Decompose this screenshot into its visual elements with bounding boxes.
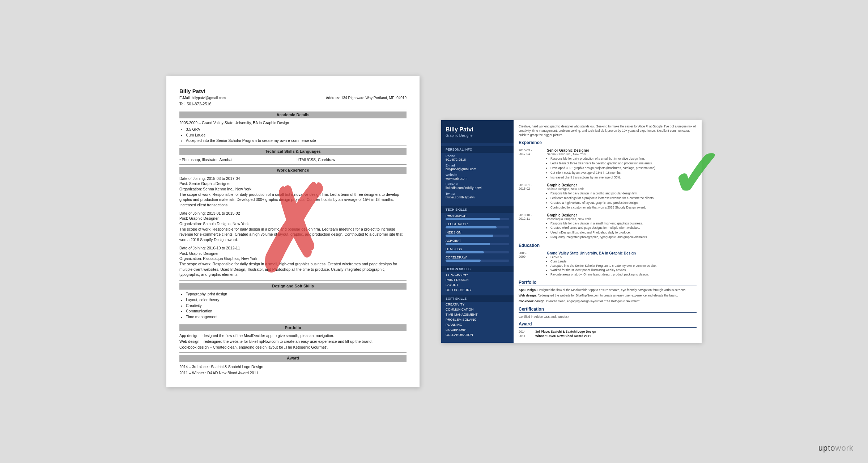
sidebar-info-block: Phone 501-872-2516 E-mail billypatvi@gma…: [441, 153, 514, 203]
bad-soft-skills-list: Typography, print design Layout, color t…: [186, 291, 407, 319]
bad-name: Billy Patvi: [179, 87, 407, 95]
tech-skill-name: INDESIGN: [441, 230, 514, 235]
soft-skills-container: CREATIVITYCOMMUNICATIONTIME MANAGEMENTPR…: [441, 302, 514, 337]
soft-skill-item: TIME MANAGEMENT: [441, 312, 514, 317]
bad-w2-date: Date of Joining: 2013-01 to 2015-02: [179, 211, 407, 216]
edu-bullet: Cum Laude: [550, 260, 697, 264]
exp-content: Graphic DesignerShibula Designs, New Yor…: [547, 183, 697, 210]
experience-container: 2015-03 - 2017-04Senior Graphic Designer…: [519, 148, 697, 240]
edu-content: Grand Valley State University, BA in Gra…: [547, 251, 697, 277]
award-item: 2011Winner: D&AD New Blood Award 2011: [519, 334, 697, 338]
education-title: Education: [519, 243, 697, 249]
tech-skill-name: HTML/CSS: [441, 246, 514, 251]
exp-bullet: Led team meetings for a project to incre…: [550, 196, 697, 201]
bad-w3-post: Post: Graphic Designer: [179, 251, 407, 256]
bad-work2: Date of Joining: 2013-01 to 2015-02 Post…: [179, 211, 407, 243]
sidebar-twitter: Twitter twitter.com/billypatvi: [446, 192, 509, 199]
exp-title: Senior Graphic Designer: [547, 148, 697, 152]
tech-skill-bar-bg: [446, 226, 509, 228]
bad-academic-header: Academic Details: [179, 111, 407, 118]
brand-up: up: [818, 443, 828, 453]
bad-skills-cols: • Photoshop, Illustrator, Acrobat HTML/C…: [179, 157, 407, 163]
edu-bullet: GPA 3.5: [550, 255, 697, 260]
edu-bullet: Accepted into the Senior Scholar Program…: [550, 264, 697, 268]
design-skills-label: Design Skills: [441, 266, 514, 272]
brand-to: to: [828, 443, 835, 453]
tech-skill-bar-row: [441, 235, 514, 238]
bad-design-skills-header: Design and Soft Skills: [179, 283, 407, 290]
tech-skill-bar-fill: [446, 243, 490, 245]
bad-scholar: Accepted into the Senior Scholar Program…: [186, 138, 407, 143]
tech-skill-bar-bg: [446, 235, 509, 237]
sidebar-email: E-mail billypatvi@gmail.com: [446, 164, 509, 171]
exp-bullet: Used InDesign, Illustrator, and Photosho…: [550, 231, 697, 235]
design-skill-item: TYPOGRAPHY: [441, 272, 514, 277]
exp-bullet: Cut client costs by an average of 15% in…: [550, 171, 697, 175]
exp-dates: 2015-03 - 2017-04: [519, 148, 544, 156]
award-text: 3rd Place: Saatchi & Saatchi Logo Design: [535, 330, 697, 333]
exp-item: 2013-01 - 2015-02Graphic DesignerShibula…: [519, 183, 697, 210]
edu-bullets-list: GPA 3.5Cum LaudeAccepted into the Senior…: [550, 255, 697, 277]
tech-skill-bar-fill: [446, 260, 481, 262]
bad-academic-item: 2005-2009 – Grand Valley State Universit…: [179, 120, 407, 126]
tech-skill-bar-row: [441, 243, 514, 246]
tech-skill-name: ILLUSTRATOR: [441, 221, 514, 226]
exp-item: 2015-03 - 2017-04Senior Graphic Designer…: [519, 148, 697, 180]
bad-gpa: 3.5 GPA: [186, 127, 407, 132]
portfolio-item: Cookbook design. Created clean, engaging…: [519, 299, 697, 304]
bad-resume-wrapper: Billy Patvi E-Mail: billypatvi@gmail.com…: [166, 76, 420, 388]
exp-title: Graphic Designer: [547, 213, 697, 217]
tech-skill-bar-bg: [446, 251, 509, 253]
bad-cum-laude: Cum Laude: [186, 132, 407, 138]
experience-title: Experience: [519, 140, 697, 146]
bad-work-header: Work Experience: [179, 167, 407, 174]
bad-skills-right: HTML/CSS, Coreldraw: [297, 157, 407, 163]
soft-skill-item: COLLABORATION: [441, 332, 514, 337]
exp-bullet: Created a high volume of layout, graphic…: [550, 201, 697, 205]
bad-work1: Date of Joining: 2015-03 to 2017-04 Post…: [179, 176, 407, 208]
exp-bullet: Contributed to a customer site that won …: [550, 206, 697, 210]
exp-bullets: Responsible for daily design in a prolif…: [550, 191, 697, 210]
design-skill-item: PRINT DESIGN: [441, 277, 514, 282]
tech-skill-bar-row: [441, 226, 514, 230]
bad-work3: Date of Joining: 2010-10 to 2012-11 Post…: [179, 245, 407, 277]
portfolio-bold: App Design.: [519, 288, 537, 292]
tech-skill-bar-row: [441, 218, 514, 221]
exp-content: Graphic DesignerPassalaqua Graphics, New…: [547, 213, 697, 240]
bad-portfolio: App design – designed the flow of the Me…: [179, 333, 407, 350]
bad-award-header: Award: [179, 355, 407, 362]
exp-org: Shibula Designs, New York: [547, 187, 697, 191]
award-text: Winner: D&AD New Blood Award 2011: [535, 334, 697, 338]
exp-dates: 2013-01 - 2015-02: [519, 183, 544, 190]
good-sidebar: Billy Patvi Graphic Designer Personal In…: [441, 120, 514, 343]
portfolio-bold: Web design.: [519, 294, 537, 297]
bad-tech-header: Technical Skills & Languages: [179, 148, 407, 155]
brand-logo: uptowork: [818, 443, 854, 453]
exp-org: Senna Kenno Inc., New York: [547, 152, 697, 156]
edu-item: 2005 - 2009 Grand Valley State Universit…: [519, 251, 697, 277]
exp-bullet: Responsible for daily production of a sm…: [550, 157, 697, 161]
tech-skills-label: Tech Skills: [441, 206, 514, 213]
bad-w2-post: Post: Graphic Designer: [179, 216, 407, 221]
sidebar-phone: Phone 501-872-2516: [446, 154, 509, 161]
design-skills-container: TYPOGRAPHYPRINT DESIGNLAYOUTCOLOR THEORY: [441, 272, 514, 292]
award-year: 2014: [519, 330, 533, 333]
portfolio-item: App Design. Designed the flow of the Mea…: [519, 288, 697, 292]
exp-bullet: Created wireframes and page designs for …: [550, 226, 697, 230]
personal-info-label: Personal Info: [441, 146, 514, 153]
tech-skill-bar-fill: [446, 251, 484, 253]
award-container: 20143rd Place: Saatchi & Saatchi Logo De…: [519, 330, 697, 338]
tech-skill-bar-row: [441, 260, 514, 263]
soft-skills-label: Soft Skills: [441, 295, 514, 302]
bad-awards: 2014 – 3rd place : Saatchi & Saatchi Log…: [179, 364, 407, 376]
good-title: Graphic Designer: [446, 134, 509, 138]
exp-title: Graphic Designer: [547, 183, 697, 187]
bad-edu-list: 3.5 GPA Cum Laude Accepted into the Seni…: [186, 127, 407, 143]
bad-w1-scope: The scope of work: Responsible for daily…: [179, 192, 407, 208]
exp-bullets: Responsible for daily production of a sm…: [550, 157, 697, 180]
exp-bullet: Responsible for daily design in a small,…: [550, 222, 697, 226]
bad-address: Address: 134 Rightward Way Portland, ME,…: [326, 96, 407, 101]
bad-skills-left: • Photoshop, Illustrator, Acrobat: [179, 157, 289, 163]
tech-skill-bar-fill: [446, 226, 497, 228]
sidebar-name-block: Billy Patvi Graphic Designer: [441, 120, 514, 143]
